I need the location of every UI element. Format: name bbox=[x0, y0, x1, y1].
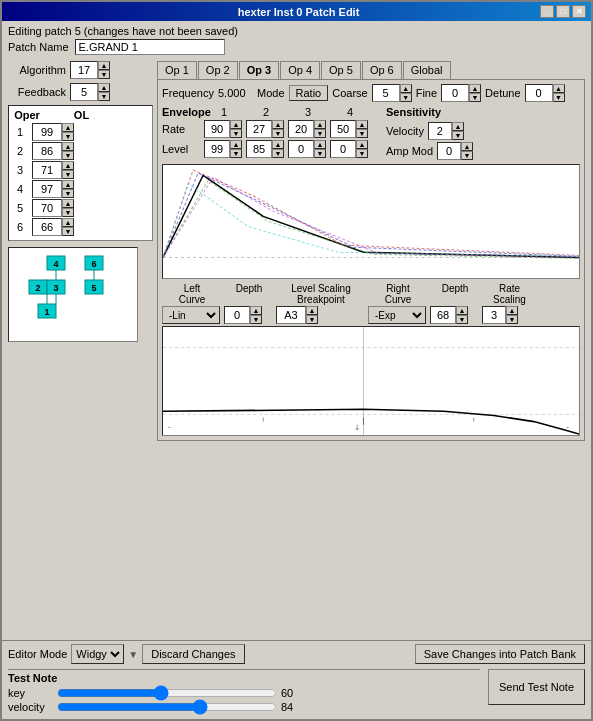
ol-input-2[interactable] bbox=[32, 142, 62, 160]
ol-down-3[interactable]: ▼ bbox=[62, 170, 74, 179]
left-curve-select[interactable]: -Lin -Exp +Lin +Exp bbox=[162, 306, 220, 324]
send-test-note-button[interactable]: Send Test Note bbox=[488, 669, 585, 705]
rate3-down[interactable]: ▼ bbox=[314, 129, 326, 138]
velocity-slider[interactable] bbox=[57, 701, 277, 713]
ol-down-5[interactable]: ▼ bbox=[62, 208, 74, 217]
ol-up-5[interactable]: ▲ bbox=[62, 199, 74, 208]
ol-up-2[interactable]: ▲ bbox=[62, 142, 74, 151]
ol-spinner-1[interactable]: ▲ ▼ bbox=[32, 123, 74, 141]
rate1-down[interactable]: ▼ bbox=[230, 129, 242, 138]
velocity-down[interactable]: ▼ bbox=[452, 131, 464, 140]
breakpoint-input[interactable] bbox=[276, 306, 306, 324]
tab-op6[interactable]: Op 6 bbox=[362, 61, 402, 79]
ol-spinner-5[interactable]: ▲ ▼ bbox=[32, 199, 74, 217]
tab-op2[interactable]: Op 2 bbox=[198, 61, 238, 79]
tab-op5[interactable]: Op 5 bbox=[321, 61, 361, 79]
fine-up[interactable]: ▲ bbox=[469, 84, 481, 93]
fine-down[interactable]: ▼ bbox=[469, 93, 481, 102]
save-button[interactable]: Save Changes into Patch Bank bbox=[415, 644, 585, 664]
ol-input-1[interactable] bbox=[32, 123, 62, 141]
feedback-spinner[interactable]: ▲ ▼ bbox=[70, 83, 110, 101]
ol-spinner-3[interactable]: ▲ ▼ bbox=[32, 161, 74, 179]
key-slider[interactable] bbox=[57, 687, 277, 699]
level4-down[interactable]: ▼ bbox=[356, 149, 368, 158]
rate2-input[interactable] bbox=[246, 120, 272, 138]
ol-spinner-2[interactable]: ▲ ▼ bbox=[32, 142, 74, 160]
ol-input-4[interactable] bbox=[32, 180, 62, 198]
tab-global[interactable]: Global bbox=[403, 61, 451, 79]
coarse-down[interactable]: ▼ bbox=[400, 93, 412, 102]
rate2-down[interactable]: ▼ bbox=[272, 129, 284, 138]
tab-op1[interactable]: Op 1 bbox=[157, 61, 197, 79]
ol-spinner-6[interactable]: ▲ ▼ bbox=[32, 218, 74, 236]
ol-down-2[interactable]: ▼ bbox=[62, 151, 74, 160]
ol-down-1[interactable]: ▼ bbox=[62, 132, 74, 141]
detune-input[interactable] bbox=[525, 84, 553, 102]
level2-up[interactable]: ▲ bbox=[272, 140, 284, 149]
rs-up[interactable]: ▲ bbox=[506, 306, 518, 315]
velocity-input[interactable] bbox=[428, 122, 452, 140]
patch-name-input[interactable] bbox=[75, 39, 225, 55]
feedback-input[interactable] bbox=[70, 83, 98, 101]
minimize-button[interactable]: _ bbox=[540, 5, 554, 18]
ol-input-5[interactable] bbox=[32, 199, 62, 217]
detune-down[interactable]: ▼ bbox=[553, 93, 565, 102]
rate4-input[interactable] bbox=[330, 120, 356, 138]
level2-down[interactable]: ▼ bbox=[272, 149, 284, 158]
level1-down[interactable]: ▼ bbox=[230, 149, 242, 158]
ol-up-1[interactable]: ▲ bbox=[62, 123, 74, 132]
rs-down[interactable]: ▼ bbox=[506, 315, 518, 324]
rate3-input[interactable] bbox=[288, 120, 314, 138]
amp-mod-input[interactable] bbox=[437, 142, 461, 160]
coarse-input[interactable] bbox=[372, 84, 400, 102]
level2-input[interactable] bbox=[246, 140, 272, 158]
amp-mod-down[interactable]: ▼ bbox=[461, 151, 473, 160]
rate3-up[interactable]: ▲ bbox=[314, 120, 326, 129]
discard-button[interactable]: Discard Changes bbox=[142, 644, 244, 664]
ol-down-6[interactable]: ▼ bbox=[62, 227, 74, 236]
algorithm-down[interactable]: ▼ bbox=[98, 70, 110, 79]
maximize-button[interactable]: □ bbox=[556, 5, 570, 18]
tab-op4[interactable]: Op 4 bbox=[280, 61, 320, 79]
algorithm-spinner[interactable]: ▲ ▼ bbox=[70, 61, 110, 79]
rdepth-up[interactable]: ▲ bbox=[456, 306, 468, 315]
ol-up-4[interactable]: ▲ bbox=[62, 180, 74, 189]
rate4-up[interactable]: ▲ bbox=[356, 120, 368, 129]
rate1-input[interactable] bbox=[204, 120, 230, 138]
rate1-up[interactable]: ▲ bbox=[230, 120, 242, 129]
rate4-down[interactable]: ▼ bbox=[356, 129, 368, 138]
ol-up-3[interactable]: ▲ bbox=[62, 161, 74, 170]
amp-mod-up[interactable]: ▲ bbox=[461, 142, 473, 151]
fine-input[interactable] bbox=[441, 84, 469, 102]
mode-button[interactable]: Ratio bbox=[289, 85, 329, 101]
ldepth-up[interactable]: ▲ bbox=[250, 306, 262, 315]
algorithm-input[interactable] bbox=[70, 61, 98, 79]
ol-spinner-4[interactable]: ▲ ▼ bbox=[32, 180, 74, 198]
feedback-up[interactable]: ▲ bbox=[98, 83, 110, 92]
level4-up[interactable]: ▲ bbox=[356, 140, 368, 149]
level1-input[interactable] bbox=[204, 140, 230, 158]
velocity-up[interactable]: ▲ bbox=[452, 122, 464, 131]
rate-scaling-input[interactable] bbox=[482, 306, 506, 324]
editor-mode-select[interactable]: Widgy bbox=[71, 644, 124, 664]
algorithm-up[interactable]: ▲ bbox=[98, 61, 110, 70]
level1-up[interactable]: ▲ bbox=[230, 140, 242, 149]
close-button[interactable]: ✕ bbox=[572, 5, 586, 18]
right-curve-select[interactable]: -Exp -Lin +Lin +Exp bbox=[368, 306, 426, 324]
level4-input[interactable] bbox=[330, 140, 356, 158]
left-depth-input[interactable] bbox=[224, 306, 250, 324]
ldepth-down[interactable]: ▼ bbox=[250, 315, 262, 324]
ol-input-6[interactable] bbox=[32, 218, 62, 236]
ol-down-4[interactable]: ▼ bbox=[62, 189, 74, 198]
bp-down[interactable]: ▼ bbox=[306, 315, 318, 324]
bp-up[interactable]: ▲ bbox=[306, 306, 318, 315]
level3-input[interactable] bbox=[288, 140, 314, 158]
right-depth-input[interactable] bbox=[430, 306, 456, 324]
rate2-up[interactable]: ▲ bbox=[272, 120, 284, 129]
ol-input-3[interactable] bbox=[32, 161, 62, 179]
feedback-down[interactable]: ▼ bbox=[98, 92, 110, 101]
coarse-up[interactable]: ▲ bbox=[400, 84, 412, 93]
ol-up-6[interactable]: ▲ bbox=[62, 218, 74, 227]
rdepth-down[interactable]: ▼ bbox=[456, 315, 468, 324]
detune-up[interactable]: ▲ bbox=[553, 84, 565, 93]
